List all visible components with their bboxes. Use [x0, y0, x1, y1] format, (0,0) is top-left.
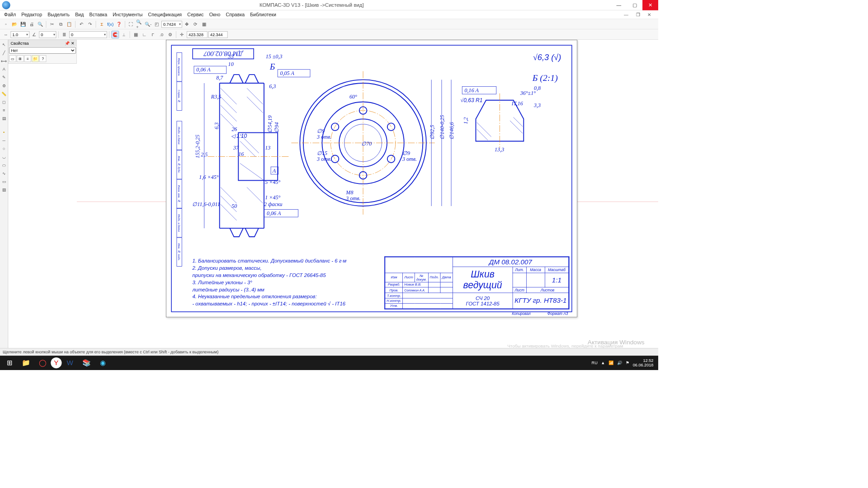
task-opera-icon[interactable]: ◯ — [34, 356, 51, 370]
task-kompas-icon[interactable]: ◉ — [94, 356, 111, 370]
paste-icon[interactable]: 📋 — [66, 20, 73, 28]
step-icon[interactable]: ↔ — [2, 31, 10, 38]
menu-insert[interactable]: Вставка — [87, 11, 110, 19]
ortho2-icon[interactable]: Г — [149, 31, 157, 38]
vt-seg-icon[interactable]: ─ — [0, 137, 7, 144]
vt-meas-icon[interactable]: 📏 — [0, 90, 7, 97]
vt-circ-icon[interactable]: ○ — [0, 145, 7, 152]
ortho-icon[interactable]: ⟂ — [120, 31, 127, 38]
help-icon[interactable]: ❓ — [115, 20, 123, 28]
vt-hatch-icon[interactable]: ▨ — [0, 187, 7, 193]
preview-icon[interactable]: 🔍 — [36, 20, 44, 28]
vt-text-icon[interactable]: A — [0, 66, 7, 73]
tray-up-icon[interactable]: ▲ — [601, 361, 605, 366]
vt-rect-icon[interactable]: ▭ — [0, 178, 7, 185]
start-button[interactable]: ⊞ — [1, 356, 18, 370]
vt-dim-icon[interactable]: ⟷ — [0, 57, 7, 64]
mdi-min-icon[interactable]: — — [621, 11, 631, 18]
svg-text:0,06  A: 0,06 A — [267, 210, 281, 216]
svg-line-78 — [477, 129, 488, 140]
zoomwin-icon[interactable]: ◰ — [153, 20, 160, 28]
prop-btn1[interactable]: ▭ — [9, 55, 16, 62]
param-icon[interactable]: ⚙ — [166, 31, 174, 38]
zoomin-icon[interactable]: 🔍+ — [136, 20, 143, 28]
zoomfit-icon[interactable]: ⛶ — [127, 20, 135, 28]
vt-ell-icon[interactable]: ⬭ — [0, 162, 7, 169]
menu-file[interactable]: Файл — [1, 11, 19, 19]
prop-close-icon[interactable]: ✕ — [71, 41, 75, 46]
task-yandex-icon[interactable]: Y — [51, 357, 61, 368]
menu-select[interactable]: Выделить — [45, 11, 72, 19]
views-icon[interactable]: ▦ — [200, 20, 208, 28]
mdi-close-icon[interactable]: ✕ — [645, 11, 654, 18]
svg-text:3 отв.: 3 отв. — [316, 156, 331, 162]
tray-vol-icon[interactable]: 🔊 — [617, 361, 622, 366]
pan-icon[interactable]: ✥ — [183, 20, 191, 28]
save-icon[interactable]: 💾 — [19, 20, 27, 28]
tray-clock[interactable]: 12:5206.06.2018 — [633, 358, 654, 368]
drawing-canvas[interactable]: Перв. примен. Справ. № Подп. и дата Инв.… — [77, 40, 658, 351]
prop-btn3[interactable]: ≡ — [24, 55, 31, 62]
snap-icon[interactable]: 🧲 — [111, 31, 119, 38]
coord-x[interactable]: 423.328 — [187, 31, 207, 38]
tray-flag-icon[interactable]: ⚑ — [626, 361, 629, 366]
prop-pin-icon[interactable]: 📌 — [65, 41, 70, 46]
new-icon[interactable]: ▫ — [2, 20, 10, 28]
vt-spec-icon[interactable]: ≡ — [0, 107, 7, 114]
vt-param-icon[interactable]: ⚙ — [0, 82, 7, 89]
tray-net-icon[interactable]: 📶 — [609, 361, 613, 366]
undo-icon[interactable]: ↶ — [77, 20, 85, 28]
fx-icon[interactable]: f(x) — [107, 20, 114, 28]
prop-btn2[interactable]: ⊞ — [17, 55, 24, 62]
menu-window[interactable]: Окно — [207, 11, 223, 19]
menu-help[interactable]: Справка — [223, 11, 247, 19]
maximize-button[interactable]: ▢ — [627, 0, 642, 10]
angle-icon[interactable]: ∠ — [30, 31, 38, 38]
app-icon — [2, 1, 10, 9]
open-icon[interactable]: 📂 — [11, 20, 19, 28]
prop-btn4[interactable]: 📁 — [32, 55, 39, 62]
redo-icon[interactable]: ↷ — [86, 20, 94, 28]
task-winrar-icon[interactable]: 📚 — [78, 356, 94, 370]
vt-arc-icon[interactable]: ◡ — [0, 154, 7, 160]
vt-cursor-icon[interactable]: ↖ — [0, 41, 7, 48]
vt-spl-icon[interactable]: ∿ — [0, 170, 7, 177]
print-icon[interactable]: 🖨 — [28, 20, 35, 28]
var-icon[interactable]: Σ — [98, 20, 106, 28]
svg-text:0,05  A: 0,05 A — [280, 70, 294, 76]
task-explorer-icon[interactable]: 📁 — [18, 356, 34, 370]
svg-text:1,6 ×45°: 1,6 ×45° — [199, 174, 218, 180]
copy-icon[interactable]: ⧉ — [57, 20, 65, 28]
mdi-restore-icon[interactable]: ❐ — [633, 11, 643, 18]
angle-combo[interactable]: 0 — [39, 31, 56, 38]
coord-icon[interactable]: ✛ — [178, 31, 186, 38]
close-button[interactable]: ✕ — [642, 0, 658, 10]
menu-tools[interactable]: Инструменты — [110, 11, 145, 19]
zoom-combo[interactable]: 0.7424 — [161, 21, 182, 28]
menu-spec[interactable]: Спецификация — [145, 11, 184, 19]
menu-service[interactable]: Сервис — [184, 11, 206, 19]
round-icon[interactable]: .0 — [158, 31, 165, 38]
minimize-button[interactable]: — — [611, 0, 627, 10]
vt-point-icon[interactable]: • — [0, 129, 7, 136]
layer-icon[interactable]: ≣ — [61, 31, 68, 38]
menu-view[interactable]: Вид — [72, 11, 86, 19]
vt-line-icon[interactable]: ╱ — [0, 49, 7, 56]
layer-combo[interactable]: 0 — [69, 31, 107, 38]
menu-edit[interactable]: Редактор — [19, 11, 45, 19]
vt-edit-icon[interactable]: ✎ — [0, 74, 7, 81]
tray-lang[interactable]: RU — [592, 361, 598, 366]
lcs-icon[interactable]: ∟ — [141, 31, 148, 38]
vt-sel-icon[interactable]: ◻ — [0, 99, 7, 105]
zoomout-icon[interactable]: 🔍- — [144, 20, 152, 28]
cut-icon[interactable]: ✂ — [48, 20, 56, 28]
level-select[interactable]: Нет — [9, 47, 75, 54]
coord-y[interactable]: 42.344 — [208, 31, 227, 38]
vt-rep-icon[interactable]: ▤ — [0, 115, 7, 122]
prop-btn5[interactable]: ? — [39, 55, 46, 62]
menu-libs[interactable]: Библиотеки — [247, 11, 279, 19]
redraw-icon[interactable]: ⟳ — [192, 20, 199, 28]
step-combo[interactable]: 1.0 — [11, 31, 30, 38]
grid-icon[interactable]: ▦ — [132, 31, 140, 38]
task-word-icon[interactable]: W — [61, 356, 78, 370]
